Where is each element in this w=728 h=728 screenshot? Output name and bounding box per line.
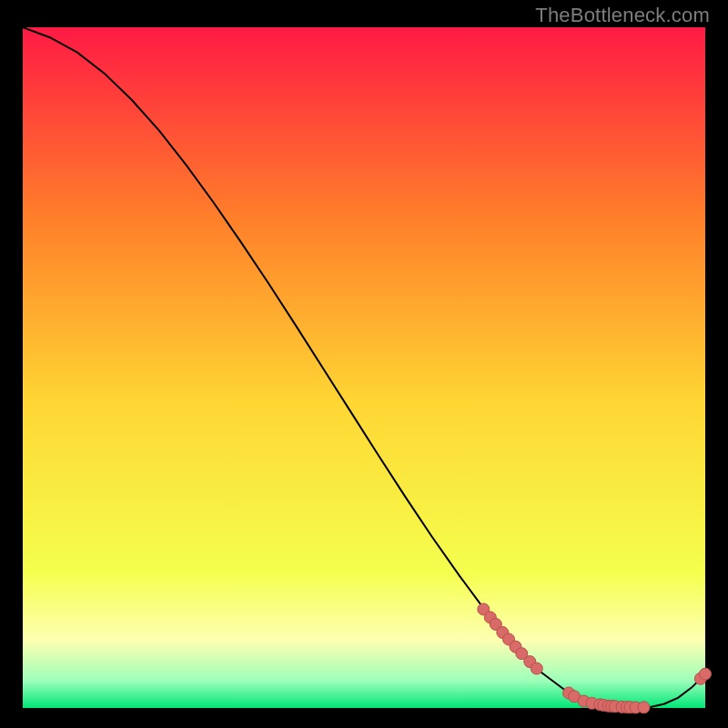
data-point [700,668,712,680]
chart-container: { "watermark": "TheBottleneck.com", "col… [0,0,728,728]
watermark-text: TheBottleneck.com [535,4,710,27]
plot-background [23,27,705,708]
chart-svg [0,0,728,728]
data-point [531,662,542,674]
data-point [638,702,650,713]
